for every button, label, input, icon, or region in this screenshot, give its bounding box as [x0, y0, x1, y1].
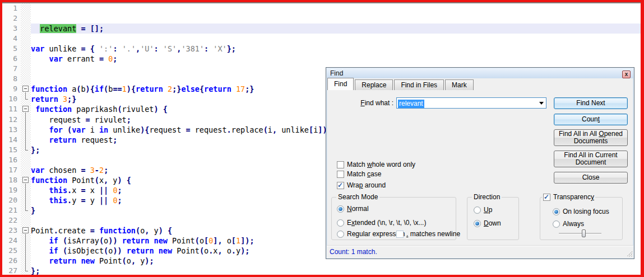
- radio-circle[interactable]: [474, 206, 481, 214]
- dialog-titlebar[interactable]: Find x: [327, 68, 633, 78]
- fold-collapse-icon[interactable]: [22, 227, 29, 233]
- code-token: ||: [99, 186, 108, 195]
- line-number: 27: [2, 266, 21, 275]
- radio-circle[interactable]: [337, 231, 344, 238]
- checkbox-box[interactable]: [396, 231, 404, 238]
- resize-grip-icon[interactable]: [627, 251, 632, 257]
- match-whole-word-checkbox[interactable]: Match whole word only: [337, 161, 415, 168]
- close-icon[interactable]: x: [622, 71, 631, 78]
- line-number: 2: [2, 13, 21, 24]
- fold-marker-start[interactable]: [21, 84, 31, 94]
- label-part: around: [363, 181, 386, 189]
- checkbox-box[interactable]: [543, 194, 550, 201]
- tab-mark[interactable]: Mark: [445, 79, 474, 90]
- checkbox-box[interactable]: [337, 182, 344, 189]
- label-part: ormal: [352, 205, 369, 213]
- code-token: return: [122, 236, 150, 245]
- checkbox-label: . matches newline: [406, 230, 460, 238]
- code-token: ;: [118, 196, 122, 205]
- slider-thumb[interactable]: [582, 229, 586, 237]
- radio-circle[interactable]: [337, 219, 344, 227]
- direction-up-radio[interactable]: Up: [474, 206, 492, 214]
- count-button[interactable]: Count: [554, 114, 628, 125]
- code-token: 0: [113, 186, 117, 195]
- code-token: {: [163, 105, 168, 114]
- fold-collapse-icon[interactable]: [22, 177, 29, 183]
- transparency-always-radio[interactable]: Always: [553, 220, 584, 228]
- matches-newline-checkbox[interactable]: . matches newline: [396, 230, 460, 238]
- line-number: 7: [2, 64, 21, 74]
- fold-marker-line: [21, 135, 31, 145]
- code-line-5[interactable]: var unlike = { ':': '.','U': 'S','381': …: [31, 44, 641, 54]
- code-token: ]);: [240, 236, 254, 245]
- fold-marker-end: [21, 145, 31, 155]
- code-line-6[interactable]: var errant = 0;: [31, 54, 641, 64]
- combobox-dropdown-button[interactable]: [536, 98, 546, 108]
- tab-find[interactable]: Find: [327, 78, 354, 90]
- code-token: Point: [31, 226, 54, 235]
- code-token: [: [204, 236, 209, 245]
- checkbox-box[interactable]: [337, 161, 344, 168]
- code-token: request: [191, 125, 227, 134]
- radio-circle[interactable]: [553, 208, 560, 215]
- code-token: function: [31, 176, 67, 185]
- code-token: function: [35, 105, 72, 114]
- tab-find-in-files[interactable]: Find in Files: [394, 79, 444, 90]
- radio-circle[interactable]: [337, 205, 344, 213]
- code-line-1[interactable]: [31, 3, 641, 13]
- code-token: var: [31, 44, 44, 53]
- fold-marker-start[interactable]: [21, 226, 31, 236]
- fold-marker-start[interactable]: [21, 104, 31, 114]
- code-token: Point: [172, 246, 200, 255]
- fold-collapse-icon[interactable]: [22, 86, 29, 92]
- checkbox-box[interactable]: [337, 171, 344, 178]
- code-token: =: [81, 196, 85, 205]
- find-next-button[interactable]: Find Next: [554, 97, 628, 109]
- code-token: y: [149, 226, 158, 235]
- code-token: chosen: [44, 166, 81, 175]
- transparency-on-losing-focus-radio[interactable]: On losing focus: [553, 208, 609, 215]
- code-token: if: [49, 236, 58, 245]
- search-mode-regex-radio[interactable]: Regular expression: [337, 230, 405, 238]
- line-number: 10: [2, 94, 21, 104]
- code-token: .: [231, 246, 236, 255]
- code-token: )): [113, 246, 122, 255]
- code-token: 'U': [140, 44, 154, 53]
- transparency-slider[interactable]: [559, 229, 601, 237]
- code-token: =: [81, 186, 85, 195]
- code-token: ,: [217, 246, 222, 255]
- radio-label: Up: [484, 206, 492, 214]
- code-token: 2: [99, 166, 104, 175]
- code-line-2[interactable]: [31, 13, 641, 24]
- label-part: Wra: [347, 181, 359, 189]
- button-label: Documents: [574, 138, 608, 145]
- code-line-4[interactable]: [31, 34, 641, 44]
- close-button[interactable]: Close: [554, 172, 628, 184]
- find-what-combobox[interactable]: relevant: [396, 97, 546, 109]
- wrap-around-checkbox[interactable]: Wrap around: [337, 181, 386, 189]
- search-mode-normal-radio[interactable]: Normal: [337, 205, 369, 213]
- fold-collapse-icon[interactable]: [22, 106, 29, 112]
- code-token: y: [236, 246, 240, 255]
- fold-margin-cell: [21, 34, 31, 44]
- radio-circle[interactable]: [553, 220, 560, 228]
- tab-replace[interactable]: Replace: [355, 79, 393, 90]
- find-dialog: Find x Find Replace Find in Files Mark F…: [326, 67, 634, 259]
- search-mode-extended-radio[interactable]: Extended (\n, \r, \t, \0, \x...): [337, 219, 426, 227]
- fold-marker-start[interactable]: [21, 175, 31, 185]
- transparency-checkbox[interactable]: Transparency: [542, 193, 595, 201]
- code-token: i: [86, 125, 99, 134]
- code-token: [159, 44, 163, 53]
- radio-circle[interactable]: [474, 220, 481, 227]
- code-token: ,: [136, 44, 140, 53]
- code-line-3[interactable]: relevant = [];: [31, 24, 641, 34]
- label-part: matches newline: [408, 230, 460, 238]
- code-token: .: [67, 186, 72, 195]
- line-number: 4: [2, 34, 21, 44]
- code-token: [86, 24, 90, 33]
- direction-down-radio[interactable]: Down: [474, 219, 501, 227]
- match-case-checkbox[interactable]: Match case: [337, 170, 381, 178]
- find-all-opened-button[interactable]: Find All in All Opened Documents: [554, 129, 628, 146]
- find-all-current-button[interactable]: Find All in Current Document: [554, 151, 628, 167]
- code-line-27[interactable]: };: [31, 266, 641, 275]
